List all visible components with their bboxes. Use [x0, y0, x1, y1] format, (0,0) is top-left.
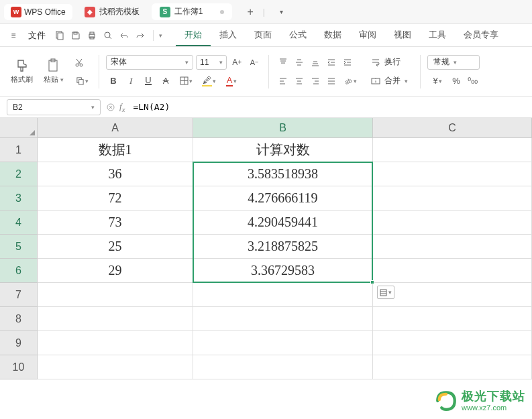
select-all-corner[interactable]	[0, 118, 38, 138]
align-bottom-button[interactable]	[308, 55, 323, 70]
hamburger-icon[interactable]: ≡	[7, 29, 20, 42]
cell[interactable]	[373, 138, 532, 162]
cell[interactable]	[373, 259, 532, 283]
col-header-c[interactable]: C	[373, 118, 532, 138]
font-increase-button[interactable]: A+	[229, 55, 244, 70]
orientation-button[interactable]: ab▾	[340, 74, 360, 88]
align-center-button[interactable]	[292, 74, 307, 88]
tab-add-button[interactable]: +	[242, 6, 258, 18]
cell[interactable]: 25	[38, 235, 193, 259]
col-header-b[interactable]: B	[193, 118, 373, 138]
row-header[interactable]: 10	[0, 355, 38, 379]
qat-print-icon[interactable]	[85, 28, 99, 43]
qat-save-icon[interactable]	[68, 28, 83, 43]
qat-new-icon[interactable]	[52, 28, 67, 43]
cell[interactable]: 3.218875825	[193, 235, 373, 259]
cell[interactable]: 计算对数	[193, 138, 373, 162]
paste-button[interactable]: 粘贴 ▾	[40, 52, 68, 91]
cell[interactable]	[373, 331, 532, 355]
font-decrease-button[interactable]: A−	[247, 55, 262, 70]
bold-button[interactable]: B	[106, 74, 121, 88]
cell[interactable]: 3.583518938	[193, 162, 373, 186]
cell[interactable]: 3.36729583	[193, 259, 373, 283]
cell[interactable]: 4.276666119	[193, 186, 373, 211]
autofill-options-button[interactable]: ▾	[377, 286, 394, 299]
ribbon-tab-data[interactable]: 数据	[315, 25, 350, 46]
cell[interactable]: 36	[38, 162, 193, 186]
ribbon-tab-start[interactable]: 开始	[176, 25, 211, 46]
tab-template[interactable]: ◆ 找稻壳模板	[76, 3, 148, 20]
cell[interactable]	[373, 211, 532, 235]
cell[interactable]: 29	[38, 259, 193, 283]
cell[interactable]: 4.290459441	[193, 211, 373, 235]
font-size-select[interactable]: 11▾	[196, 55, 227, 70]
cut-button[interactable]	[72, 55, 87, 70]
qat-redo-icon[interactable]	[133, 28, 148, 43]
cell[interactable]: 73	[38, 211, 193, 235]
qat-undo-icon[interactable]	[117, 28, 131, 43]
cell[interactable]	[193, 283, 373, 307]
ribbon-tab-review[interactable]: 审阅	[350, 25, 385, 46]
font-color-button[interactable]: A▾	[221, 74, 242, 88]
qat-overflow-icon[interactable]: ▾	[159, 32, 162, 39]
row-header[interactable]: 4	[0, 211, 38, 235]
cell[interactable]: 数据1	[38, 138, 193, 162]
align-justify-button[interactable]	[324, 74, 339, 88]
border-button[interactable]: ▾	[176, 74, 196, 88]
formula-input[interactable]	[130, 99, 525, 115]
align-right-button[interactable]	[308, 74, 323, 88]
font-name-select[interactable]: 宋体▾	[106, 55, 193, 70]
fill-color-button[interactable]: 🖉▾	[199, 74, 219, 88]
cell[interactable]	[38, 331, 193, 355]
file-menu[interactable]: 文件	[23, 28, 51, 43]
cell[interactable]	[38, 307, 193, 331]
row-header[interactable]: 3	[0, 186, 38, 211]
ribbon-tab-member[interactable]: 会员专享	[455, 25, 507, 46]
row-header[interactable]: 6	[0, 259, 38, 283]
cell[interactable]	[193, 331, 373, 355]
col-header-a[interactable]: A	[38, 118, 193, 138]
cell[interactable]	[373, 283, 532, 307]
cell[interactable]	[373, 307, 532, 331]
qat-preview-icon[interactable]	[101, 28, 115, 43]
strike-button[interactable]: A	[158, 74, 173, 88]
cell[interactable]	[193, 307, 373, 331]
fx-icon[interactable]: fx	[119, 101, 125, 113]
cell[interactable]	[373, 162, 532, 186]
ribbon-tab-view[interactable]: 视图	[385, 25, 420, 46]
cell[interactable]: 72	[38, 186, 193, 211]
copy-button[interactable]: ▾	[72, 74, 92, 88]
ribbon-tab-page[interactable]: 页面	[246, 25, 280, 46]
number-format-select[interactable]: 常规▾	[427, 55, 480, 70]
cell[interactable]	[38, 283, 193, 307]
row-header[interactable]: 5	[0, 235, 38, 259]
ribbon-tab-insert[interactable]: 插入	[211, 25, 246, 46]
cell[interactable]	[193, 355, 373, 379]
cell[interactable]	[373, 186, 532, 211]
align-left-button[interactable]	[276, 74, 290, 88]
indent-decrease-button[interactable]	[324, 55, 339, 70]
ribbon-tab-formula[interactable]: 公式	[280, 25, 315, 46]
name-box[interactable]: B2 ▾	[7, 99, 101, 115]
align-top-button[interactable]	[276, 55, 290, 70]
align-middle-button[interactable]	[292, 55, 307, 70]
cell[interactable]	[373, 355, 532, 379]
indent-increase-button[interactable]	[340, 55, 355, 70]
row-header[interactable]: 2	[0, 162, 38, 186]
tab-menu-button[interactable]: ▾	[274, 8, 288, 15]
percent-button[interactable]: %	[449, 74, 464, 88]
cell[interactable]	[38, 355, 193, 379]
comma-button[interactable]: ⁰₀₀	[465, 74, 480, 88]
currency-button[interactable]: ¥▾	[427, 74, 447, 88]
app-badge[interactable]: W WPS Office	[4, 4, 72, 20]
wrap-text-button[interactable]: 换行	[366, 55, 413, 70]
row-header[interactable]: 9	[0, 331, 38, 355]
ribbon-tab-tools[interactable]: 工具	[420, 25, 455, 46]
underline-button[interactable]: U	[141, 74, 156, 88]
cancel-formula-icon[interactable]	[106, 103, 115, 112]
tab-workbook[interactable]: S 工作簿1	[152, 3, 233, 20]
merge-button[interactable]: 合并▾	[366, 74, 413, 88]
row-header[interactable]: 8	[0, 307, 38, 331]
row-header[interactable]: 7	[0, 283, 38, 307]
row-header[interactable]: 1	[0, 138, 38, 162]
